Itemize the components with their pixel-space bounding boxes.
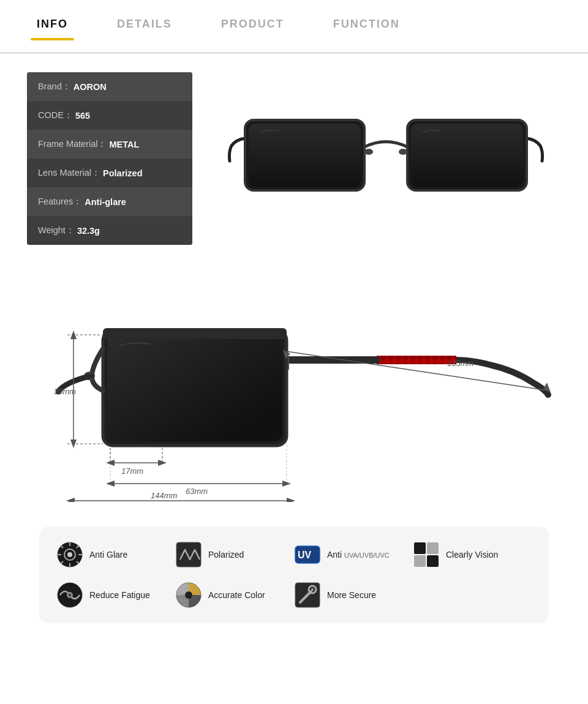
svg-rect-11 xyxy=(107,335,282,441)
weight-value: 32.3g xyxy=(77,226,100,236)
svg-point-66 xyxy=(311,588,314,591)
reduce-fatigue-icon xyxy=(56,582,83,609)
svg-rect-54 xyxy=(414,542,426,554)
feature-clearly-vision: Clearly Vision xyxy=(413,541,532,568)
accurate-color-icon xyxy=(175,582,202,609)
feature-polarized: Polarized xyxy=(175,541,294,568)
svg-rect-56 xyxy=(414,555,426,567)
nav-product[interactable]: PRODUCT xyxy=(221,18,284,34)
info-row-brand: Brand： AORON xyxy=(27,72,192,101)
glasses-front-image xyxy=(211,72,561,231)
main-content: Brand： AORON CODE： 565 Frame Material： M… xyxy=(0,54,588,648)
feature-more-secure: More Secure xyxy=(294,582,413,609)
svg-rect-1 xyxy=(249,124,361,187)
anti-uv-icon: UV xyxy=(294,541,321,568)
feature-reduce-fatigue: Reduce Fatigue xyxy=(56,582,175,609)
info-table: Brand： AORON CODE： 565 Frame Material： M… xyxy=(27,72,192,245)
svg-text:63mm: 63mm xyxy=(186,487,208,496)
svg-rect-8 xyxy=(377,356,456,364)
more-secure-label: More Secure xyxy=(327,590,376,600)
code-value: 565 xyxy=(75,111,90,121)
polarized-icon xyxy=(175,541,202,568)
nav-details[interactable]: DETAILS xyxy=(117,18,172,34)
polarized-label: Polarized xyxy=(208,550,244,560)
svg-point-42 xyxy=(67,552,72,557)
svg-rect-57 xyxy=(427,555,439,567)
frame-value: METAL xyxy=(110,140,140,149)
lens-label: Lens Material： xyxy=(38,167,100,179)
reduce-fatigue-label: Reduce Fatigue xyxy=(89,590,150,600)
svg-text:135mm: 135mm xyxy=(447,359,474,368)
clearly-vision-label: Clearly Vision xyxy=(446,550,498,560)
svg-text:39mm: 39mm xyxy=(54,387,76,396)
feature-anti-uv: UV Anti UVA/UVB/UVC xyxy=(294,541,413,568)
glasses-front-svg xyxy=(227,97,545,207)
more-secure-icon xyxy=(294,582,321,609)
svg-point-62 xyxy=(185,591,192,599)
anti-uv-label: Anti UVA/UVB/UVC xyxy=(327,550,390,560)
svg-point-5 xyxy=(399,149,407,155)
accurate-color-label: Accurate Color xyxy=(208,590,265,600)
svg-marker-33 xyxy=(66,498,75,502)
svg-point-60 xyxy=(69,594,71,596)
info-row-features: Features： Anti-glare xyxy=(27,187,192,216)
frame-label: Frame Material： xyxy=(38,138,107,150)
weight-label: Weight： xyxy=(38,225,75,236)
navigation: INFO DETAILS PRODUCT FUNCTION xyxy=(0,0,588,54)
lens-value: Polarized xyxy=(103,168,142,178)
svg-marker-34 xyxy=(287,498,295,502)
code-label: CODE： xyxy=(38,110,73,121)
svg-rect-3 xyxy=(411,124,523,187)
anti-glare-icon xyxy=(56,541,83,568)
features-value: Anti-glare xyxy=(85,197,126,207)
glasses-side-svg: 39mm 17mm 63mm 144mm 135m xyxy=(31,269,557,502)
svg-text:144mm: 144mm xyxy=(151,491,178,500)
features-grid: Anti Glare Polarized UV Anti UVA/UVB/UVC xyxy=(39,526,549,623)
info-row-frame: Frame Material： METAL xyxy=(27,130,192,159)
brand-label: Brand： xyxy=(38,81,71,92)
svg-point-4 xyxy=(364,149,373,155)
nav-info[interactable]: INFO xyxy=(37,18,68,34)
feature-accurate-color: Accurate Color xyxy=(175,582,294,609)
svg-rect-12 xyxy=(103,328,287,339)
features-label: Features： xyxy=(38,196,82,208)
info-row-weight: Weight： 32.3g xyxy=(27,216,192,245)
info-section: Brand： AORON CODE： 565 Frame Material： M… xyxy=(27,72,561,245)
dimensions-section: 39mm 17mm 63mm 144mm 135m xyxy=(31,269,557,514)
clearly-vision-icon xyxy=(413,541,440,568)
svg-text:UV: UV xyxy=(298,550,312,560)
feature-anti-glare: Anti Glare xyxy=(56,541,175,568)
brand-value: AORON xyxy=(74,82,107,92)
svg-text:17mm: 17mm xyxy=(121,466,143,476)
info-row-lens: Lens Material： Polarized xyxy=(27,159,192,187)
anti-glare-label: Anti Glare xyxy=(89,550,127,560)
info-row-code: CODE： 565 xyxy=(27,101,192,130)
nav-function[interactable]: FUNCTION xyxy=(333,18,400,34)
svg-rect-55 xyxy=(427,542,439,554)
